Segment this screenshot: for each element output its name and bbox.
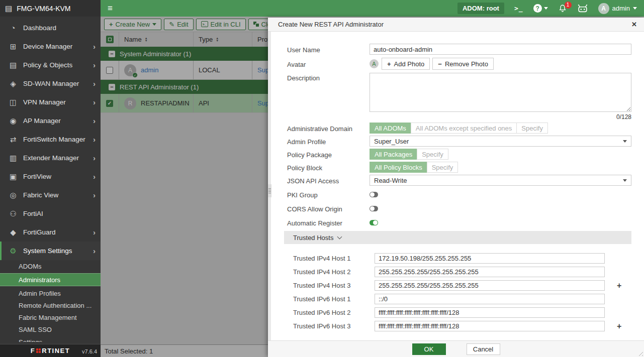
sidebar-item-sdwan-manager[interactable]: ◈ SD-WAN Manager › (0, 74, 101, 93)
add-trusted-ipv4-host-button[interactable]: + (617, 282, 621, 290)
notifications-button[interactable]: 1 (558, 4, 567, 13)
logo-red-dots (36, 348, 41, 353)
all-adoms-except-option[interactable]: All ADOMs except specified ones (411, 123, 517, 134)
automatic-register-toggle[interactable] (370, 220, 378, 225)
sidebar-item-fortiview[interactable]: ▣ FortiView › (0, 167, 101, 186)
sidebar-item-ap-manager[interactable]: ◉ AP Manager › (0, 111, 101, 130)
chevron-down-icon (337, 234, 342, 239)
add-trusted-ipv6-host-button[interactable]: + (617, 322, 621, 330)
sidebar-item-fortiswitch-manager[interactable]: ⇄ FortiSwitch Manager › (0, 130, 101, 149)
help-icon: ? (533, 4, 542, 13)
version-label: v7.6.4 (82, 348, 97, 354)
chevron-right-icon: › (93, 98, 96, 106)
pki-group-row: PKI Group (287, 190, 631, 199)
help-menu[interactable]: ? (533, 4, 548, 13)
avatar-row: Avatar A + Add Photo − Remove Photo (287, 58, 631, 70)
fortiai-bot-icon[interactable] (577, 4, 588, 13)
administrative-domain-row: Administrative Domain All ADOMs All ADOM… (287, 123, 631, 134)
sidebar-subitem-fabric-management[interactable]: Fabric Management (0, 311, 101, 323)
admin-profile-select[interactable]: Super_User (370, 136, 631, 147)
cancel-button[interactable]: Cancel (467, 343, 500, 355)
sidebar-subitem-adoms[interactable]: ADOMs (0, 260, 101, 272)
admin-profile-row: Admin Profile Super_User (287, 136, 631, 147)
close-icon[interactable]: ✕ (631, 21, 637, 28)
trusted-ipv6-host-1-input[interactable] (375, 294, 605, 304)
chevron-right-icon: › (93, 79, 96, 88)
selected-value: Read-Write (374, 177, 407, 184)
extender-icon: ▥ (8, 154, 18, 163)
sidebar-item-policy-objects[interactable]: ▤ Policy & Objects › (0, 56, 101, 74)
subitem-label: Settings (19, 338, 42, 342)
resize-grip[interactable] (637, 350, 643, 356)
sidebar-item-system-settings[interactable]: ⚙ System Settings › (0, 242, 101, 260)
trusted-ipv4-host-2-input[interactable] (375, 267, 605, 277)
chevron-right-icon: › (93, 247, 96, 255)
sidebar-subitem-settings[interactable]: Settings (0, 335, 101, 342)
dialog-body: User Name Avatar A + Add Photo − Remove … (268, 32, 644, 340)
specify-policy-blocks-option[interactable]: Specify (427, 162, 458, 173)
fabric-view-icon: ◎ (8, 191, 18, 200)
field-label: Trusted IPv6 Host 2 (293, 309, 375, 316)
specify-packages-option[interactable]: Specify (417, 149, 448, 160)
sidebar-subitem-administrators[interactable]: Administrators (0, 273, 101, 286)
pki-group-toggle[interactable] (370, 192, 378, 197)
sidebar-item-fortiai[interactable]: ⚇ FortiAI (0, 204, 101, 223)
all-policy-blocks-option[interactable]: All Policy Blocks (370, 162, 427, 173)
subitem-label: Admin Profiles (19, 290, 61, 297)
sidebar-subitem-admin-profiles[interactable]: Admin Profiles (0, 287, 101, 299)
trusted-ipv6-host-2-input[interactable] (375, 307, 605, 318)
sidebar-subitem-remote-authentication[interactable]: Remote Authentication ... (0, 299, 101, 311)
chevron-right-icon: › (93, 154, 96, 162)
trusted-ipv4-host-3-input[interactable] (375, 280, 605, 291)
fortiview-icon: ▣ (8, 172, 18, 181)
sidebar-item-dashboard[interactable]: ◔ Dashboard (0, 19, 101, 37)
minus-icon: − (438, 60, 442, 68)
selected-value: Super_User (374, 138, 409, 145)
hamburger-menu-icon[interactable]: ≡ (108, 4, 113, 13)
create-rest-api-admin-dialog: Create New REST API Administrator ✕ User… (268, 18, 644, 357)
all-adoms-option[interactable]: All ADOMs (370, 123, 411, 134)
sidebar-item-vpn-manager[interactable]: ◫ VPN Manager › (0, 93, 101, 111)
sidebar-item-fortiguard[interactable]: ◆ FortiGuard › (0, 223, 101, 242)
sidebar-nav: ▤ FMG-VM64-KVM ◔ Dashboard ⊞ Device Mana… (0, 0, 101, 357)
remove-photo-button[interactable]: − Remove Photo (432, 58, 494, 70)
ap-icon: ◉ (8, 116, 18, 126)
user-menu[interactable]: A admin (598, 3, 637, 14)
cli-console-icon[interactable]: >_ (514, 5, 523, 12)
sidebar-item-label: Device Manager (23, 43, 72, 50)
user-name-label: User Name (287, 45, 370, 54)
sidebar-subitem-saml-sso[interactable]: SAML SSO (0, 323, 101, 335)
trusted-ipv6-host-3-input[interactable] (375, 321, 605, 331)
sidebar-item-extender-manager[interactable]: ▥ Extender Manager › (0, 149, 101, 167)
sidebar-item-label: FortiSwitch Manager (23, 136, 85, 143)
sidebar-item-device-manager[interactable]: ⊞ Device Manager › (0, 37, 101, 56)
sidebar-item-fabric-view[interactable]: ◎ Fabric View › (0, 186, 101, 204)
trusted-ipv6-host-1-row: Trusted IPv6 Host 1 (293, 294, 631, 304)
add-photo-button[interactable]: + Add Photo (382, 58, 430, 70)
sidebar-item-label: System Settings (23, 247, 72, 255)
user-name-label: admin (612, 5, 630, 12)
fortiguard-shield-icon: ◆ (8, 228, 18, 237)
trusted-ipv4-host-1-input[interactable] (375, 253, 605, 264)
specify-adoms-option[interactable]: Specify (516, 123, 548, 134)
field-label: Trusted IPv6 Host 1 (293, 295, 375, 303)
device-icon: ▤ (5, 4, 12, 13)
adom-badge[interactable]: ADOM: root (457, 3, 504, 14)
cors-allow-origin-toggle[interactable] (370, 206, 378, 211)
sidebar-item-label: FortiAI (23, 210, 43, 217)
user-name-input[interactable] (370, 44, 631, 55)
ok-button[interactable]: OK (412, 343, 446, 355)
alert-count-badge: 1 (565, 2, 572, 9)
sidebar-item-label: VPN Manager (23, 98, 66, 106)
json-api-access-select[interactable]: Read-Write (370, 175, 631, 186)
fortinet-logo: F RTINET (31, 347, 70, 354)
cors-allow-origin-row: CORS Allow Origin (287, 204, 631, 213)
char-counter: 0/128 (370, 113, 631, 121)
sidebar-item-label: SD-WAN Manager (23, 80, 79, 87)
description-label: Description (287, 73, 370, 82)
all-packages-option[interactable]: All Packages (370, 149, 417, 160)
trusted-ipv6-host-2-row: Trusted IPv6 Host 2 (293, 307, 631, 318)
gear-icon: ⚙ (8, 247, 18, 256)
trusted-hosts-section-header[interactable]: Trusted Hosts (284, 231, 631, 244)
description-textarea[interactable] (370, 73, 631, 112)
